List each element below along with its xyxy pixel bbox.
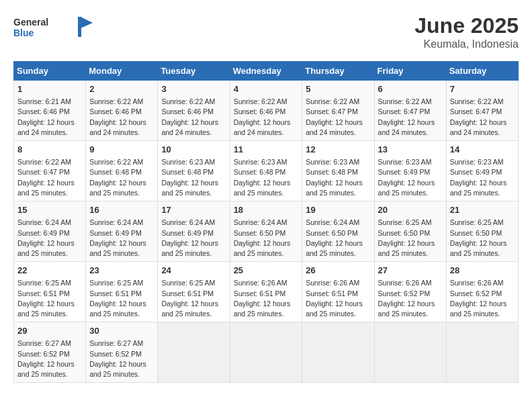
day-info: Sunrise: 6:24 AMSunset: 6:50 PMDaylight:… — [234, 218, 299, 259]
day-number: 26 — [306, 265, 370, 277]
day-number: 12 — [306, 144, 370, 156]
day-number: 14 — [450, 144, 515, 156]
calendar-cell: 9Sunrise: 6:22 AMSunset: 6:48 PMDaylight… — [86, 141, 158, 201]
day-info: Sunrise: 6:21 AMSunset: 6:46 PMDaylight:… — [17, 97, 82, 138]
page-header: General Blue June 2025 Keumala, Indonesi… — [13, 13, 519, 50]
day-number: 21 — [450, 204, 515, 216]
location-title: Keumala, Indonesia — [414, 38, 519, 50]
day-info: Sunrise: 6:23 AMSunset: 6:48 PMDaylight:… — [306, 157, 370, 198]
calendar-cell: 20Sunrise: 6:25 AMSunset: 6:50 PMDayligh… — [374, 201, 446, 262]
day-number: 24 — [161, 265, 226, 277]
day-number: 17 — [161, 204, 226, 216]
calendar-week-row: 15Sunrise: 6:24 AMSunset: 6:49 PMDayligh… — [14, 201, 519, 262]
day-number: 6 — [378, 83, 443, 95]
day-info: Sunrise: 6:24 AMSunset: 6:49 PMDaylight:… — [161, 218, 226, 259]
calendar-cell: 6Sunrise: 6:22 AMSunset: 6:47 PMDaylight… — [374, 81, 446, 141]
calendar-cell — [374, 322, 446, 383]
day-info: Sunrise: 6:25 AMSunset: 6:51 PMDaylight:… — [89, 278, 154, 319]
calendar-cell: 15Sunrise: 6:24 AMSunset: 6:49 PMDayligh… — [14, 201, 86, 262]
day-info: Sunrise: 6:25 AMSunset: 6:51 PMDaylight:… — [17, 278, 82, 319]
day-info: Sunrise: 6:22 AMSunset: 6:46 PMDaylight:… — [234, 97, 299, 138]
calendar-cell: 10Sunrise: 6:23 AMSunset: 6:48 PMDayligh… — [158, 141, 230, 201]
column-header-monday: Monday — [86, 62, 158, 81]
calendar-cell: 17Sunrise: 6:24 AMSunset: 6:49 PMDayligh… — [158, 201, 230, 262]
day-number: 3 — [161, 83, 226, 95]
calendar-cell: 3Sunrise: 6:22 AMSunset: 6:46 PMDaylight… — [158, 81, 230, 141]
calendar-cell: 7Sunrise: 6:22 AMSunset: 6:47 PMDaylight… — [446, 81, 518, 141]
calendar-cell: 13Sunrise: 6:23 AMSunset: 6:49 PMDayligh… — [374, 141, 446, 201]
svg-text:Blue: Blue — [13, 28, 34, 38]
calendar-cell: 22Sunrise: 6:25 AMSunset: 6:51 PMDayligh… — [14, 262, 86, 322]
calendar-cell: 8Sunrise: 6:22 AMSunset: 6:47 PMDaylight… — [14, 141, 86, 201]
day-info: Sunrise: 6:22 AMSunset: 6:46 PMDaylight:… — [161, 97, 226, 138]
calendar-cell: 27Sunrise: 6:26 AMSunset: 6:52 PMDayligh… — [374, 262, 446, 322]
day-info: Sunrise: 6:22 AMSunset: 6:47 PMDaylight:… — [17, 157, 82, 198]
calendar-cell: 4Sunrise: 6:22 AMSunset: 6:46 PMDaylight… — [230, 81, 302, 141]
day-number: 27 — [378, 265, 443, 277]
calendar-cell: 18Sunrise: 6:24 AMSunset: 6:50 PMDayligh… — [230, 201, 302, 262]
calendar-cell: 21Sunrise: 6:25 AMSunset: 6:50 PMDayligh… — [446, 201, 518, 262]
calendar-week-row: 8Sunrise: 6:22 AMSunset: 6:47 PMDaylight… — [14, 141, 519, 201]
calendar-cell — [158, 322, 230, 383]
day-info: Sunrise: 6:26 AMSunset: 6:51 PMDaylight:… — [306, 278, 370, 319]
day-number: 16 — [89, 204, 154, 216]
day-info: Sunrise: 6:25 AMSunset: 6:50 PMDaylight:… — [450, 218, 515, 259]
calendar-week-row: 1Sunrise: 6:21 AMSunset: 6:46 PMDaylight… — [14, 81, 519, 141]
calendar-cell: 1Sunrise: 6:21 AMSunset: 6:46 PMDaylight… — [14, 81, 86, 141]
day-info: Sunrise: 6:26 AMSunset: 6:51 PMDaylight:… — [234, 278, 299, 319]
day-number: 23 — [89, 265, 154, 277]
calendar-cell: 16Sunrise: 6:24 AMSunset: 6:49 PMDayligh… — [86, 201, 158, 262]
day-info: Sunrise: 6:25 AMSunset: 6:50 PMDaylight:… — [378, 218, 443, 259]
calendar-cell — [230, 322, 302, 383]
day-info: Sunrise: 6:22 AMSunset: 6:48 PMDaylight:… — [89, 157, 154, 198]
day-info: Sunrise: 6:25 AMSunset: 6:51 PMDaylight:… — [161, 278, 226, 319]
day-info: Sunrise: 6:24 AMSunset: 6:49 PMDaylight:… — [89, 218, 154, 259]
column-header-saturday: Saturday — [446, 62, 518, 81]
day-number: 28 — [450, 265, 515, 277]
day-info: Sunrise: 6:24 AMSunset: 6:50 PMDaylight:… — [306, 218, 370, 259]
month-title: June 2025 — [414, 13, 519, 38]
day-number: 19 — [306, 204, 370, 216]
calendar-cell: 30Sunrise: 6:27 AMSunset: 6:52 PMDayligh… — [86, 322, 158, 383]
day-info: Sunrise: 6:23 AMSunset: 6:49 PMDaylight:… — [450, 157, 515, 198]
day-info: Sunrise: 6:22 AMSunset: 6:46 PMDaylight:… — [89, 97, 154, 138]
calendar-cell: 19Sunrise: 6:24 AMSunset: 6:50 PMDayligh… — [302, 201, 374, 262]
day-info: Sunrise: 6:24 AMSunset: 6:49 PMDaylight:… — [17, 218, 82, 259]
calendar-header-row: SundayMondayTuesdayWednesdayThursdayFrid… — [14, 62, 519, 81]
column-header-friday: Friday — [374, 62, 446, 81]
day-number: 4 — [234, 83, 299, 95]
day-info: Sunrise: 6:22 AMSunset: 6:47 PMDaylight:… — [378, 97, 443, 138]
calendar-cell: 26Sunrise: 6:26 AMSunset: 6:51 PMDayligh… — [302, 262, 374, 322]
svg-text:General: General — [13, 17, 48, 28]
day-info: Sunrise: 6:23 AMSunset: 6:49 PMDaylight:… — [378, 157, 443, 198]
day-number: 15 — [17, 204, 82, 216]
calendar-cell: 24Sunrise: 6:25 AMSunset: 6:51 PMDayligh… — [158, 262, 230, 322]
calendar-title-area: June 2025 Keumala, Indonesia — [414, 13, 519, 50]
calendar-cell: 12Sunrise: 6:23 AMSunset: 6:48 PMDayligh… — [302, 141, 374, 201]
day-number: 8 — [17, 144, 82, 156]
calendar-cell: 28Sunrise: 6:26 AMSunset: 6:52 PMDayligh… — [446, 262, 518, 322]
calendar-cell: 14Sunrise: 6:23 AMSunset: 6:49 PMDayligh… — [446, 141, 518, 201]
calendar-cell: 2Sunrise: 6:22 AMSunset: 6:46 PMDaylight… — [86, 81, 158, 141]
day-number: 2 — [89, 83, 154, 95]
day-number: 29 — [17, 325, 82, 337]
day-number: 20 — [378, 204, 443, 216]
day-number: 11 — [234, 144, 299, 156]
day-number: 7 — [450, 83, 515, 95]
calendar-week-row: 22Sunrise: 6:25 AMSunset: 6:51 PMDayligh… — [14, 262, 519, 322]
logo-icon: General Blue — [13, 13, 94, 40]
day-info: Sunrise: 6:23 AMSunset: 6:48 PMDaylight:… — [234, 157, 299, 198]
day-number: 1 — [17, 83, 82, 95]
calendar-cell: 25Sunrise: 6:26 AMSunset: 6:51 PMDayligh… — [230, 262, 302, 322]
day-info: Sunrise: 6:22 AMSunset: 6:47 PMDaylight:… — [306, 97, 370, 138]
calendar-cell: 11Sunrise: 6:23 AMSunset: 6:48 PMDayligh… — [230, 141, 302, 201]
calendar-week-row: 29Sunrise: 6:27 AMSunset: 6:52 PMDayligh… — [14, 322, 519, 383]
calendar-cell — [302, 322, 374, 383]
column-header-tuesday: Tuesday — [158, 62, 230, 81]
day-number: 9 — [89, 144, 154, 156]
day-info: Sunrise: 6:27 AMSunset: 6:52 PMDaylight:… — [17, 338, 82, 379]
day-number: 18 — [234, 204, 299, 216]
day-info: Sunrise: 6:23 AMSunset: 6:48 PMDaylight:… — [161, 157, 226, 198]
svg-marker-1 — [81, 17, 93, 28]
day-number: 30 — [89, 325, 154, 337]
